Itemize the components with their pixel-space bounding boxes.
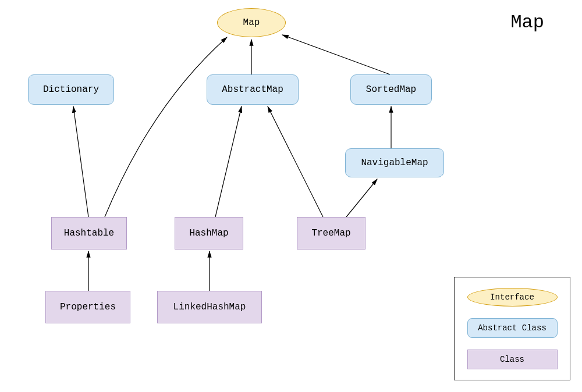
- node-treemap: TreeMap: [297, 217, 365, 250]
- node-properties: Properties: [45, 291, 130, 323]
- legend-abstract-label: Abstract Class: [478, 323, 546, 333]
- edge-hashmap-abstractmap: [215, 106, 242, 217]
- edge-treemap-navigablemap: [346, 179, 377, 217]
- node-abstractmap: AbstractMap: [207, 74, 299, 105]
- edge-sortedmap-map: [282, 35, 390, 74]
- edge-treemap-abstractmap: [268, 106, 323, 217]
- node-navigablemap-label: NavigableMap: [361, 158, 428, 168]
- node-dictionary: Dictionary: [28, 74, 114, 105]
- node-dictionary-label: Dictionary: [43, 84, 99, 95]
- legend-abstract: Abstract Class: [467, 318, 558, 338]
- node-linkedhashmap-label: LinkedHashMap: [173, 302, 246, 312]
- node-navigablemap: NavigableMap: [345, 148, 444, 177]
- node-sortedmap: SortedMap: [350, 74, 432, 105]
- node-treemap-label: TreeMap: [311, 228, 350, 238]
- node-abstractmap-label: AbstractMap: [222, 84, 283, 95]
- node-hashtable: Hashtable: [51, 217, 127, 250]
- legend-class-label: Class: [500, 355, 524, 364]
- legend: Interface Abstract Class Class: [454, 277, 570, 380]
- node-linkedhashmap: LinkedHashMap: [157, 291, 262, 323]
- edge-hashtable-dictionary: [73, 106, 88, 217]
- node-hashtable-label: Hashtable: [64, 228, 114, 238]
- node-sortedmap-label: SortedMap: [366, 84, 416, 95]
- node-map-label: Map: [243, 17, 260, 28]
- node-map: Map: [217, 8, 286, 37]
- legend-interface-label: Interface: [490, 293, 534, 302]
- edge-hashtable-map: [105, 37, 227, 217]
- node-hashmap: HashMap: [175, 217, 243, 250]
- node-properties-label: Properties: [60, 302, 116, 312]
- legend-interface: Interface: [467, 288, 558, 307]
- page-title: Map: [510, 12, 544, 33]
- legend-class: Class: [467, 350, 558, 369]
- node-hashmap-label: HashMap: [189, 228, 228, 238]
